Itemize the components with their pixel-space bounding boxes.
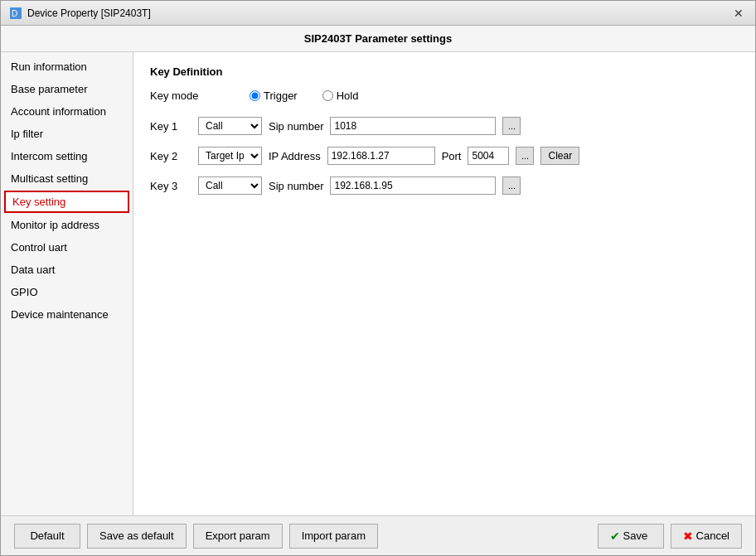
key3-label: Key 3: [150, 180, 191, 192]
title-bar-left: D Device Property [SIP2403T]: [9, 7, 151, 20]
footer-left: Default Save as default Export param Imp…: [14, 524, 378, 549]
sidebar: Run information Base parameter Account i…: [1, 52, 133, 515]
window-title: Device Property [SIP2403T]: [27, 7, 151, 19]
main-panel: Key Definition Key mode Trigger Hold: [133, 52, 755, 515]
key2-type-select[interactable]: Call Target Ip: [198, 147, 262, 165]
window-icon: D: [9, 7, 22, 20]
radio-hold-label: Hold: [337, 89, 359, 102]
key1-browse-button[interactable]: ...: [502, 117, 521, 135]
radio-trigger-input[interactable]: [250, 90, 260, 101]
key3-type-select[interactable]: Call Target Ip: [198, 176, 262, 195]
save-button[interactable]: ✔ Save: [598, 524, 664, 549]
key3-row: Key 3 Call Target Ip Sip number ...: [150, 176, 739, 195]
radio-trigger[interactable]: Trigger: [250, 89, 298, 102]
content-area: Run information Base parameter Account i…: [1, 52, 755, 515]
sidebar-item-data-uart[interactable]: Data uart: [1, 259, 133, 281]
sidebar-item-monitor-ip-address[interactable]: Monitor ip address: [1, 214, 133, 236]
key1-label: Key 1: [150, 120, 191, 133]
section-title: Key Definition: [150, 65, 739, 78]
key2-ip-input[interactable]: [327, 147, 435, 165]
sidebar-item-base-parameter[interactable]: Base parameter: [1, 78, 133, 100]
key-mode-row: Key mode Trigger Hold: [150, 89, 739, 102]
radio-group: Trigger Hold: [250, 89, 358, 102]
svg-text:D: D: [12, 9, 17, 18]
key2-browse-button[interactable]: ...: [516, 147, 534, 165]
sidebar-item-multicast-setting[interactable]: Multicast setting: [1, 167, 133, 190]
cancel-button[interactable]: ✖ Cancel: [671, 524, 742, 549]
radio-trigger-label: Trigger: [264, 89, 298, 102]
sidebar-item-intercom-setting[interactable]: Intercom setting: [1, 145, 133, 167]
sidebar-item-ip-filter[interactable]: Ip filter: [1, 123, 133, 145]
key2-ip-label: IP Address: [269, 150, 321, 162]
key2-clear-button[interactable]: Clear: [540, 147, 579, 165]
radio-hold-input[interactable]: [322, 90, 333, 101]
footer-right: ✔ Save ✖ Cancel: [598, 524, 742, 549]
main-title: SIP2403T Parameter settings: [1, 26, 755, 52]
save-label: Save: [623, 529, 648, 542]
footer: Default Save as default Export param Imp…: [1, 515, 755, 555]
cancel-label: Cancel: [696, 529, 729, 542]
key1-row: Key 1 Call Target Ip Sip number ...: [150, 117, 739, 135]
sidebar-item-run-information[interactable]: Run information: [1, 56, 133, 78]
key2-port-label: Port: [442, 150, 462, 162]
key1-sip-input[interactable]: [330, 117, 496, 135]
sidebar-item-key-setting[interactable]: Key setting: [4, 191, 129, 213]
key1-sip-label: Sip number: [269, 120, 323, 133]
key1-type-select[interactable]: Call Target Ip: [198, 117, 262, 135]
save-as-default-button[interactable]: Save as default: [87, 524, 187, 549]
sidebar-item-control-uart[interactable]: Control uart: [1, 236, 133, 259]
sidebar-item-device-maintenance[interactable]: Device maintenance: [1, 303, 133, 326]
key2-row: Key 2 Call Target Ip IP Address Port ...…: [150, 147, 739, 165]
import-param-button[interactable]: Import param: [289, 524, 378, 549]
radio-hold[interactable]: Hold: [322, 89, 359, 102]
title-bar: D Device Property [SIP2403T] ✕: [1, 1, 755, 26]
sidebar-item-gpio[interactable]: GPIO: [1, 281, 133, 303]
key3-browse-button[interactable]: ...: [502, 176, 521, 195]
close-button[interactable]: ✕: [730, 5, 747, 22]
key2-label: Key 2: [150, 150, 191, 162]
check-icon: ✔: [610, 529, 620, 543]
key3-sip-label: Sip number: [269, 180, 323, 192]
key3-sip-input[interactable]: [330, 176, 496, 195]
x-icon: ✖: [683, 529, 693, 543]
main-window: D Device Property [SIP2403T] ✕ SIP2403T …: [0, 0, 756, 556]
export-param-button[interactable]: Export param: [193, 524, 283, 549]
sidebar-item-account-information[interactable]: Account information: [1, 100, 133, 123]
default-button[interactable]: Default: [14, 524, 80, 549]
key2-port-input[interactable]: [468, 147, 509, 165]
key-mode-label: Key mode: [150, 89, 250, 102]
